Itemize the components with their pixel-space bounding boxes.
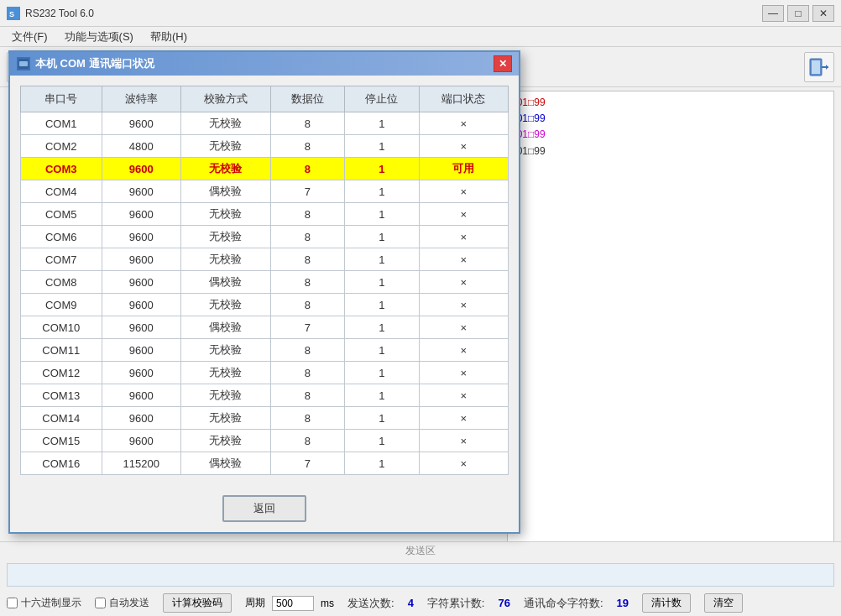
cell-14-0: COM15	[21, 430, 102, 452]
table-row[interactable]: COM49600偶校验71×	[21, 180, 509, 203]
cell-0-1: 9600	[102, 112, 181, 135]
cell-15-5: ×	[419, 452, 509, 475]
close-button[interactable]: ✕	[812, 5, 834, 22]
cell-4-3: 8	[270, 203, 344, 226]
cell-2-0: COM3	[21, 158, 102, 180]
cell-12-1: 9600	[102, 384, 181, 407]
cell-10-5: ×	[419, 339, 509, 362]
window-controls: — □ ✕	[762, 5, 834, 22]
cell-6-4: 1	[345, 248, 419, 271]
cell-2-4: 1	[345, 158, 419, 180]
table-row[interactable]: COM159600无校验81×	[21, 430, 509, 452]
cell-2-5: 可用	[419, 158, 509, 180]
table-row[interactable]: COM39600无校验81可用	[21, 158, 509, 180]
cell-4-5: ×	[419, 203, 509, 226]
menu-options[interactable]: 功能与选项(S)	[56, 28, 142, 46]
table-header-row: 串口号 波特率 校验方式 数据位 停止位 端口状态	[21, 86, 509, 112]
cell-10-2: 无校验	[181, 339, 270, 362]
cell-3-4: 1	[345, 180, 419, 203]
table-row[interactable]: COM69600无校验81×	[21, 226, 509, 248]
cell-7-5: ×	[419, 271, 509, 294]
cell-12-5: ×	[419, 384, 509, 407]
table-row[interactable]: COM129600无校验81×	[21, 362, 509, 384]
auto-send-checkbox-label[interactable]: 自动发送	[95, 596, 149, 610]
hex-display-checkbox-label[interactable]: 十六进制显示	[7, 596, 81, 610]
cell-4-0: COM5	[21, 203, 102, 226]
cell-14-5: ×	[419, 430, 509, 452]
send-area-header: 发送区	[0, 542, 841, 560]
table-row[interactable]: COM149600无校验81×	[21, 407, 509, 430]
send-count-label: 发送次数:	[347, 596, 394, 611]
cell-14-1: 9600	[102, 430, 181, 452]
cell-6-1: 9600	[102, 248, 181, 271]
period-input[interactable]	[272, 596, 314, 611]
cell-3-3: 7	[270, 180, 344, 203]
stats-clear-button[interactable]: 清空	[704, 593, 743, 613]
cell-3-2: 偶校验	[181, 180, 270, 203]
cell-11-0: COM12	[21, 362, 102, 384]
return-button[interactable]: 返回	[222, 495, 306, 522]
stats-clear-count-button[interactable]: 清计数	[642, 593, 691, 613]
cell-5-5: ×	[419, 226, 509, 248]
table-row[interactable]: COM119600无校验81×	[21, 339, 509, 362]
col-header-baud: 波特率	[102, 86, 181, 112]
char-total-value: 76	[498, 597, 509, 609]
period-row: 周期 ms	[245, 596, 334, 611]
table-row[interactable]: COM89600偶校验81×	[21, 271, 509, 294]
receive-panel: 001□99 001□99 001□99 001□99	[507, 91, 834, 609]
cell-14-3: 8	[270, 430, 344, 452]
app-title: RS232 Tool 6.0	[25, 8, 762, 19]
receive-line-3: 001□99	[511, 127, 830, 143]
cell-0-2: 无校验	[181, 112, 270, 135]
send-area-label: 发送区	[405, 545, 436, 556]
menu-file[interactable]: 文件(F)	[3, 28, 56, 46]
table-row[interactable]: COM19600无校验81×	[21, 112, 509, 135]
cell-9-2: 偶校验	[181, 316, 270, 339]
table-row[interactable]: COM24800无校验81×	[21, 135, 509, 158]
send-controls-row: 十六进制显示 自动发送 计算校验码 周期 ms 发送次数: 4 字符累计数: 7…	[0, 590, 841, 616]
cell-7-1: 9600	[102, 271, 181, 294]
cell-15-3: 7	[270, 452, 344, 475]
hex-display-checkbox[interactable]	[7, 598, 18, 608]
menu-help[interactable]: 帮助(H)	[142, 28, 196, 46]
cell-8-5: ×	[419, 294, 509, 316]
cell-5-3: 8	[270, 226, 344, 248]
table-row[interactable]: COM16115200偶校验71×	[21, 452, 509, 475]
minimize-button[interactable]: —	[762, 5, 784, 22]
cell-11-1: 9600	[102, 362, 181, 384]
cell-12-4: 1	[345, 384, 419, 407]
table-row[interactable]: COM99600无校验81×	[21, 294, 509, 316]
auto-send-checkbox[interactable]	[95, 598, 106, 608]
cell-8-3: 8	[270, 294, 344, 316]
cmd-count-value: 19	[617, 597, 629, 609]
cell-7-2: 偶校验	[181, 271, 270, 294]
toolbar-exit-button[interactable]	[804, 52, 834, 82]
cell-8-2: 无校验	[181, 294, 270, 316]
calc-checksum-button[interactable]: 计算校验码	[163, 593, 232, 613]
cell-1-1: 4800	[102, 135, 181, 158]
cell-6-3: 8	[270, 248, 344, 271]
title-bar: S RS232 Tool 6.0 — □ ✕	[0, 0, 841, 27]
cell-4-4: 1	[345, 203, 419, 226]
receive-line-1: 001□99	[511, 95, 830, 111]
cell-13-5: ×	[419, 407, 509, 430]
cell-3-0: COM4	[21, 180, 102, 203]
cell-7-3: 8	[270, 271, 344, 294]
table-row[interactable]: COM59600无校验81×	[21, 203, 509, 226]
dialog-close-button[interactable]: ✕	[494, 55, 512, 72]
com-dialog: 本机 COM 通讯端口状况 ✕ 串口号 波特率 校验方式 数据位 停止位 端口状…	[8, 50, 520, 534]
table-row[interactable]: COM139600无校验81×	[21, 384, 509, 407]
send-input[interactable]	[8, 569, 833, 581]
maximize-button[interactable]: □	[787, 5, 809, 22]
cell-1-3: 8	[270, 135, 344, 158]
cell-9-1: 9600	[102, 316, 181, 339]
cell-12-0: COM13	[21, 384, 102, 407]
col-header-status: 端口状态	[419, 86, 509, 112]
cell-4-2: 无校验	[181, 203, 270, 226]
col-header-stop: 停止位	[345, 86, 419, 112]
cmd-count-label: 通讯命令字符数:	[524, 596, 603, 611]
cell-15-4: 1	[345, 452, 419, 475]
table-row[interactable]: COM109600偶校验71×	[21, 316, 509, 339]
menu-bar: 文件(F) 功能与选项(S) 帮助(H)	[0, 27, 841, 47]
table-row[interactable]: COM79600无校验81×	[21, 248, 509, 271]
